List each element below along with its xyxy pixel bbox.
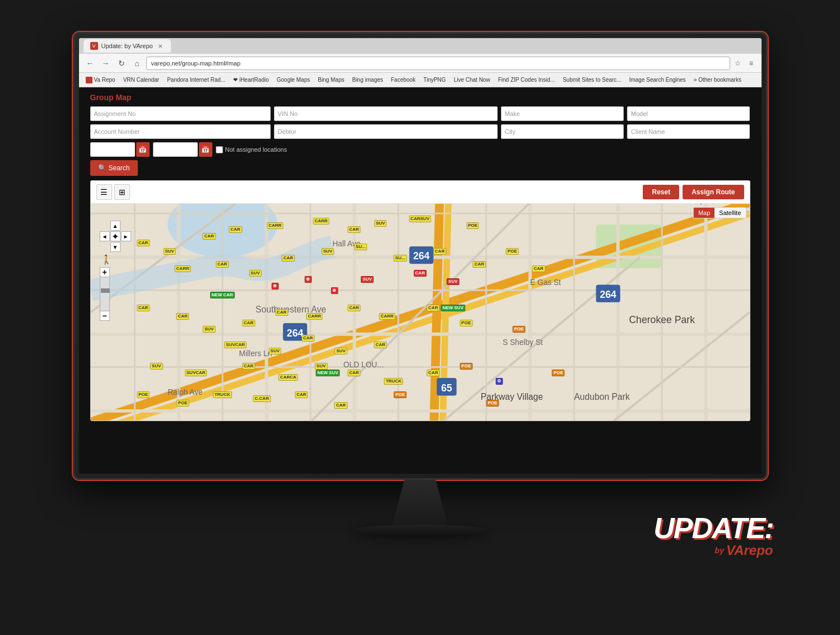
bookmark-facebook[interactable]: Facebook bbox=[388, 76, 419, 84]
map-type-toggle: Map Satellite bbox=[693, 207, 746, 218]
date-from-wrapper: 📅 bbox=[90, 142, 150, 157]
form-row-2 bbox=[90, 124, 750, 139]
assign-route-button[interactable]: Assign Route bbox=[683, 185, 744, 199]
account-number-input[interactable] bbox=[90, 124, 271, 139]
bookmark-label: Bing Maps bbox=[318, 77, 344, 83]
search-button[interactable]: 🔍 Search bbox=[90, 160, 138, 176]
grid-view-button[interactable]: ⊞ bbox=[114, 184, 130, 200]
bookmark-label: Submit Sites to Searc... bbox=[563, 77, 621, 83]
svg-text:Hall Ave: Hall Ave bbox=[332, 240, 360, 248]
monitor-base bbox=[353, 525, 488, 536]
not-assigned-checkbox[interactable] bbox=[216, 146, 223, 153]
logo-by-text: by bbox=[715, 546, 724, 555]
assignment-no-input[interactable] bbox=[90, 106, 271, 121]
date-from-input[interactable] bbox=[90, 142, 135, 157]
bookmark-label: Facebook bbox=[391, 77, 416, 83]
tab-favicon: V bbox=[90, 42, 98, 50]
zoom-in-button[interactable]: + bbox=[100, 267, 110, 277]
monitor-stand bbox=[381, 480, 460, 525]
app-content: Group Map bbox=[79, 87, 762, 474]
svg-text:Ralph Ave: Ralph Ave bbox=[168, 388, 203, 396]
date-to-input[interactable] bbox=[153, 142, 198, 157]
nav-down-button[interactable]: ▼ bbox=[110, 242, 120, 252]
bookmark-zip[interactable]: Find ZIP Codes Insid... bbox=[495, 76, 559, 84]
not-assigned-checkbox-label[interactable]: Not assigned locations bbox=[216, 146, 287, 153]
bookmark-bingimages[interactable]: Bing images bbox=[349, 76, 386, 84]
form-row-1 bbox=[90, 106, 750, 121]
form-row-search: 🔍 Search bbox=[90, 160, 750, 176]
bookmark-label: Image Search Engines bbox=[629, 77, 686, 83]
nav-right-button[interactable]: ► bbox=[121, 231, 131, 241]
bookmark-bingmaps[interactable]: Bing Maps bbox=[314, 76, 347, 84]
svg-text:264: 264 bbox=[600, 289, 616, 300]
map-zoom-controls: + − bbox=[100, 267, 131, 321]
svg-text:264: 264 bbox=[286, 328, 303, 339]
bookmark-pandora[interactable]: Pandora Internet Rad... bbox=[164, 76, 229, 84]
bookmark-label: Live Chat Now bbox=[454, 77, 490, 83]
city-input[interactable] bbox=[501, 124, 624, 139]
nav-center: ✦ bbox=[110, 231, 120, 241]
back-button[interactable]: ← bbox=[83, 57, 97, 70]
update-logo-area: UPDATE: by VArepo bbox=[653, 513, 773, 558]
bookmark-submit[interactable]: Submit Sites to Searc... bbox=[559, 76, 625, 84]
calendar-to-button[interactable]: 📅 bbox=[199, 142, 212, 157]
svg-text:Cave Hill Cemetery: Cave Hill Cemetery bbox=[629, 204, 704, 204]
settings-icon[interactable]: ≡ bbox=[746, 58, 757, 69]
bookmark-label: VRN Calendar bbox=[123, 77, 159, 83]
bookmark-favicon bbox=[86, 77, 92, 83]
bookmarks-bar: Va Repo VRN Calendar Pandora Internet Ra… bbox=[79, 73, 762, 87]
browser-tab[interactable]: V Update: by VArepo ✕ bbox=[83, 39, 171, 53]
svg-text:OLD LOU...: OLD LOU... bbox=[343, 361, 383, 369]
bookmark-star-icon[interactable]: ☆ bbox=[732, 58, 744, 69]
model-input[interactable] bbox=[627, 106, 750, 121]
svg-text:E Gas St: E Gas St bbox=[530, 278, 561, 287]
debtor-input[interactable] bbox=[274, 124, 498, 139]
reload-button[interactable]: ↻ bbox=[115, 57, 128, 70]
map-type-map-button[interactable]: Map bbox=[694, 208, 714, 218]
map-type-satellite-button[interactable]: Satellite bbox=[714, 208, 745, 218]
bookmark-iheartradio[interactable]: ❤ iHeartRadio bbox=[230, 76, 272, 84]
calendar-from-button[interactable]: 📅 bbox=[136, 142, 150, 157]
logo-varepo-text: VArepo bbox=[726, 543, 773, 558]
svg-text:Cherokee Park: Cherokee Park bbox=[629, 314, 695, 325]
map-area[interactable]: 264 264 65 264 W Broadway Southwestern A… bbox=[91, 204, 750, 421]
zoom-handle[interactable] bbox=[101, 288, 110, 293]
browser-title-bar: V Update: by VArepo ✕ bbox=[79, 38, 762, 54]
tab-title: Update: by VArepo bbox=[101, 43, 153, 49]
reset-button[interactable]: Reset bbox=[643, 185, 679, 199]
map-nav-cross: ▲ ◄ ✦ ► ▼ bbox=[100, 221, 131, 252]
zoom-out-button[interactable]: − bbox=[100, 311, 110, 321]
make-input[interactable] bbox=[501, 106, 624, 121]
home-button[interactable]: ⌂ bbox=[131, 57, 144, 70]
page-title: Group Map bbox=[90, 93, 750, 102]
nav-left-button[interactable]: ◄ bbox=[100, 231, 110, 241]
bookmark-other[interactable]: » Other bookmarks bbox=[690, 76, 745, 84]
vin-no-input[interactable] bbox=[274, 106, 498, 121]
list-view-button[interactable]: ☰ bbox=[96, 184, 112, 200]
bookmark-imagesearch[interactable]: Image Search Engines bbox=[626, 76, 689, 84]
address-bar[interactable]: varepo.net/group-map.html#map bbox=[146, 57, 730, 70]
bookmark-label: TinyPNG bbox=[423, 77, 445, 83]
browser-nav-bar: ← → ↻ ⌂ varepo.net/group-map.html#map ☆ … bbox=[79, 54, 762, 73]
zoom-track bbox=[100, 277, 110, 311]
forward-button[interactable]: → bbox=[99, 57, 113, 70]
street-view-button[interactable]: 🚶 bbox=[101, 254, 131, 265]
bookmark-googlemaps[interactable]: Google Maps bbox=[273, 76, 313, 84]
bookmark-varepo[interactable]: Va Repo bbox=[82, 76, 119, 85]
bookmark-tinypng[interactable]: TinyPNG bbox=[420, 76, 449, 84]
bookmark-vrn[interactable]: VRN Calendar bbox=[120, 76, 163, 84]
map-container: ☰ ⊞ Reset Assign Route bbox=[90, 180, 750, 421]
bookmark-livechat[interactable]: Live Chat Now bbox=[451, 76, 494, 84]
nav-up-button[interactable]: ▲ bbox=[110, 221, 120, 231]
tab-close-button[interactable]: ✕ bbox=[156, 42, 164, 50]
bookmark-label: ❤ iHeartRadio bbox=[233, 77, 269, 83]
client-name-input[interactable] bbox=[627, 124, 750, 139]
svg-text:65: 65 bbox=[441, 382, 452, 394]
date-to-wrapper: 📅 bbox=[153, 142, 212, 157]
svg-text:S Shelby St: S Shelby St bbox=[503, 338, 543, 347]
map-navigation: ▲ ◄ ✦ ► ▼ 🚶 + bbox=[100, 221, 131, 321]
svg-text:264: 264 bbox=[413, 250, 430, 262]
logo-main-text: UPDATE: bbox=[653, 513, 773, 543]
svg-text:Millers Ln: Millers Ln bbox=[239, 349, 272, 358]
bookmark-label: Bing images bbox=[352, 77, 383, 83]
